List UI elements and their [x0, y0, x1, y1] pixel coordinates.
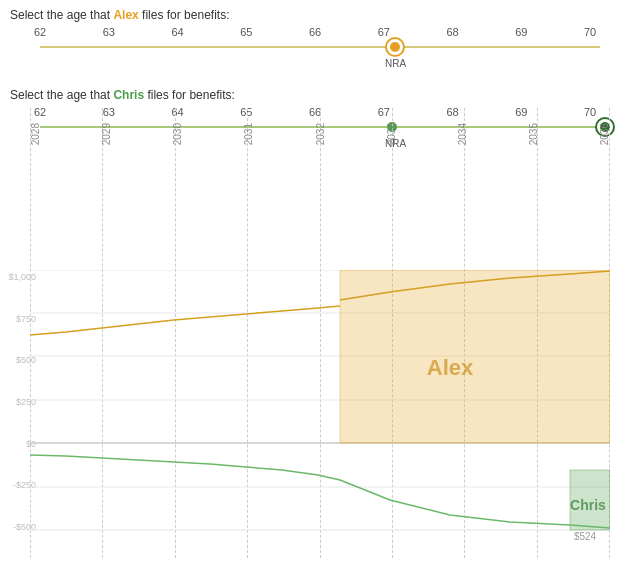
- alex-age-69: 69: [511, 26, 531, 38]
- year-2028: 2028: [30, 123, 41, 145]
- chris-age-70: 70: [580, 106, 600, 118]
- chris-tick-labels: 62 63 64 65 66 67 68 69 70: [40, 106, 600, 118]
- page: Select the age that Alex files for benef…: [0, 0, 620, 566]
- chris-age-68: 68: [443, 106, 463, 118]
- chris-age-64: 64: [168, 106, 188, 118]
- chris-slider-label: Select the age that Chris files for bene…: [10, 88, 610, 102]
- alex-label-prefix: Select the age that: [10, 8, 113, 22]
- year-2033: 2033: [386, 123, 397, 145]
- year-axis: 2028 2029 2030 2031 2032 2033 2034 2035 …: [30, 123, 610, 203]
- alex-age-66: 66: [305, 26, 325, 38]
- alex-age-63: 63: [99, 26, 119, 38]
- chris-label-prefix: Select the age that: [10, 88, 113, 102]
- year-2036: 2036: [599, 123, 610, 145]
- alex-benefit-box: [340, 270, 610, 443]
- chris-amount-label: $524: [574, 531, 597, 540]
- alex-name: Alex: [113, 8, 138, 22]
- alex-age-70: 70: [580, 26, 600, 38]
- chris-label-suffix: files for benefits:: [144, 88, 235, 102]
- year-2030: 2030: [172, 123, 183, 145]
- alex-slider-container: 62 63 64 65 66 67 68 69 70 NRA: [10, 26, 610, 76]
- chris-age-66: 66: [305, 106, 325, 118]
- alex-slider-label: Select the age that Alex files for benef…: [10, 8, 610, 22]
- chris-age-62: 62: [30, 106, 50, 118]
- year-2034: 2034: [457, 123, 468, 145]
- year-2029: 2029: [101, 123, 112, 145]
- alex-age-68: 68: [443, 26, 463, 38]
- alex-age-65: 65: [236, 26, 256, 38]
- alex-age-64: 64: [168, 26, 188, 38]
- alex-age-62: 62: [30, 26, 50, 38]
- alex-age-67: 67: [374, 26, 394, 38]
- year-2032: 2032: [315, 123, 326, 145]
- alex-slider-thumb[interactable]: [387, 39, 403, 55]
- alex-line-before: [30, 306, 340, 335]
- chris-name: Chris: [113, 88, 144, 102]
- alex-slider-track: [40, 46, 600, 48]
- chris-line-before: [30, 455, 340, 480]
- chris-age-69: 69: [511, 106, 531, 118]
- chart-svg: Alex Chris $1,000 / mo $524: [30, 270, 610, 540]
- alex-box-text: Alex: [427, 355, 474, 380]
- year-2031: 2031: [243, 123, 254, 145]
- alex-tick-labels: 62 63 64 65 66 67 68 69 70: [40, 26, 600, 38]
- chris-age-63: 63: [99, 106, 119, 118]
- alex-nra-label: NRA: [385, 58, 406, 69]
- alex-label-suffix: files for benefits:: [139, 8, 230, 22]
- chris-box-text: Chris: [570, 497, 606, 513]
- year-2035: 2035: [528, 123, 539, 145]
- chris-age-65: 65: [236, 106, 256, 118]
- chris-age-67: 67: [374, 106, 394, 118]
